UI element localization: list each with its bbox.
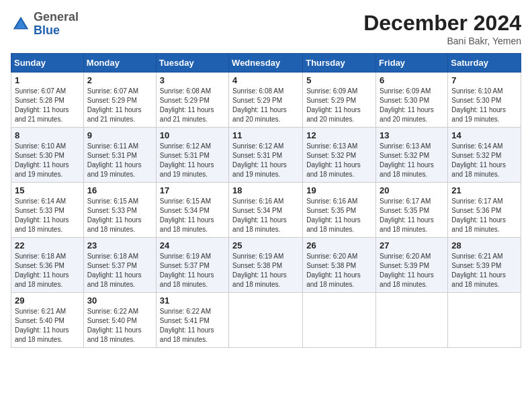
- sunrise-label: Sunrise: 6:13 AM: [380, 142, 431, 150]
- day-number: 14: [451, 130, 517, 140]
- day-number: 1: [15, 75, 80, 85]
- daylight-label: Daylight: 11 hours and 18 minutes.: [160, 271, 214, 288]
- daylight-label: Daylight: 11 hours and 18 minutes.: [232, 216, 287, 233]
- sunset-label: Sunset: 5:39 PM: [380, 262, 429, 269]
- daylight-label: Daylight: 11 hours and 18 minutes.: [160, 216, 214, 233]
- sunrise-label: Sunrise: 6:21 AM: [15, 308, 66, 315]
- sunrise-label: Sunrise: 6:22 AM: [160, 308, 211, 315]
- table-row: 9 Sunrise: 6:11 AM Sunset: 5:31 PM Dayli…: [83, 128, 156, 183]
- table-row: [376, 293, 448, 348]
- sunset-label: Sunset: 5:34 PM: [232, 207, 282, 214]
- daylight-label: Daylight: 11 hours and 19 minutes.: [160, 161, 214, 178]
- calendar-table: Sunday Monday Tuesday Wednesday Thursday…: [11, 53, 521, 348]
- day-info: Sunrise: 6:15 AM Sunset: 5:33 PM Dayligh…: [87, 197, 152, 234]
- table-row: 3 Sunrise: 6:08 AM Sunset: 5:29 PM Dayli…: [156, 73, 228, 128]
- daylight-label: Daylight: 11 hours and 18 minutes.: [451, 161, 506, 178]
- daylight-label: Daylight: 11 hours and 20 minutes.: [232, 106, 287, 123]
- sunrise-label: Sunrise: 6:18 AM: [87, 253, 138, 260]
- day-number: 29: [15, 295, 80, 306]
- calendar-week-1: 1 Sunrise: 6:07 AM Sunset: 5:28 PM Dayli…: [11, 73, 521, 128]
- day-number: 2: [87, 75, 152, 85]
- day-info: Sunrise: 6:14 AM Sunset: 5:33 PM Dayligh…: [15, 197, 80, 234]
- day-number: 9: [87, 130, 152, 140]
- sunset-label: Sunset: 5:31 PM: [232, 152, 282, 159]
- table-row: 20 Sunrise: 6:17 AM Sunset: 5:35 PM Dayl…: [376, 183, 448, 238]
- sunset-label: Sunset: 5:34 PM: [160, 207, 210, 214]
- day-info: Sunrise: 6:10 AM Sunset: 5:30 PM Dayligh…: [451, 87, 517, 124]
- month-title: December 2024: [363, 11, 521, 36]
- sunrise-label: Sunrise: 6:12 AM: [160, 142, 211, 150]
- day-info: Sunrise: 6:12 AM Sunset: 5:31 PM Dayligh…: [160, 142, 225, 179]
- daylight-label: Daylight: 11 hours and 18 minutes.: [15, 271, 69, 288]
- sunset-label: Sunset: 5:38 PM: [232, 262, 282, 269]
- day-info: Sunrise: 6:21 AM Sunset: 5:40 PM Dayligh…: [15, 307, 80, 345]
- logo-general: General: [34, 11, 79, 24]
- sunrise-label: Sunrise: 6:22 AM: [87, 308, 138, 315]
- table-row: 21 Sunrise: 6:17 AM Sunset: 5:36 PM Dayl…: [448, 183, 521, 238]
- daylight-label: Daylight: 11 hours and 19 minutes.: [15, 161, 69, 178]
- day-info: Sunrise: 6:10 AM Sunset: 5:30 PM Dayligh…: [15, 142, 80, 179]
- daylight-label: Daylight: 11 hours and 18 minutes.: [380, 161, 434, 178]
- day-info: Sunrise: 6:12 AM Sunset: 5:31 PM Dayligh…: [232, 142, 299, 179]
- sunset-label: Sunset: 5:29 PM: [87, 97, 137, 104]
- sunset-label: Sunset: 5:38 PM: [306, 262, 356, 269]
- day-info: Sunrise: 6:21 AM Sunset: 5:39 PM Dayligh…: [451, 252, 517, 289]
- day-info: Sunrise: 6:19 AM Sunset: 5:37 PM Dayligh…: [160, 252, 225, 289]
- col-wednesday: Wednesday: [229, 54, 303, 73]
- sunrise-label: Sunrise: 6:16 AM: [306, 197, 357, 205]
- table-row: 8 Sunrise: 6:10 AM Sunset: 5:30 PM Dayli…: [11, 128, 84, 183]
- sunrise-label: Sunrise: 6:17 AM: [380, 197, 431, 205]
- daylight-label: Daylight: 11 hours and 18 minutes.: [15, 216, 69, 233]
- title-section: December 2024 Bani Bakr, Yemen: [363, 11, 521, 46]
- table-row: 22 Sunrise: 6:18 AM Sunset: 5:36 PM Dayl…: [11, 238, 84, 293]
- logo-icon: [11, 14, 31, 34]
- sunrise-label: Sunrise: 6:09 AM: [380, 87, 431, 95]
- table-row: 12 Sunrise: 6:13 AM Sunset: 5:32 PM Dayl…: [303, 128, 376, 183]
- sunrise-label: Sunrise: 6:21 AM: [451, 253, 502, 260]
- logo: General Blue: [11, 11, 79, 38]
- sunrise-label: Sunrise: 6:12 AM: [232, 142, 283, 150]
- table-row: 29 Sunrise: 6:21 AM Sunset: 5:40 PM Dayl…: [11, 293, 84, 348]
- sunrise-label: Sunrise: 6:20 AM: [380, 253, 431, 260]
- table-row: 13 Sunrise: 6:13 AM Sunset: 5:32 PM Dayl…: [376, 128, 448, 183]
- day-info: Sunrise: 6:13 AM Sunset: 5:32 PM Dayligh…: [306, 142, 372, 179]
- day-number: 12: [306, 130, 372, 140]
- col-sunday: Sunday: [11, 54, 84, 73]
- daylight-label: Daylight: 11 hours and 18 minutes.: [232, 271, 287, 288]
- day-number: 20: [380, 185, 444, 195]
- page-header: General Blue December 2024 Bani Bakr, Ye…: [11, 11, 521, 46]
- sunset-label: Sunset: 5:31 PM: [87, 152, 137, 159]
- daylight-label: Daylight: 11 hours and 18 minutes.: [87, 326, 142, 343]
- sunset-label: Sunset: 5:41 PM: [160, 317, 210, 324]
- logo-text: General Blue: [34, 11, 79, 38]
- day-info: Sunrise: 6:22 AM Sunset: 5:41 PM Dayligh…: [160, 307, 225, 345]
- day-number: 26: [306, 240, 372, 250]
- day-info: Sunrise: 6:15 AM Sunset: 5:34 PM Dayligh…: [160, 197, 225, 234]
- sunset-label: Sunset: 5:32 PM: [306, 152, 356, 159]
- daylight-label: Daylight: 11 hours and 18 minutes.: [160, 326, 214, 343]
- sunrise-label: Sunrise: 6:14 AM: [15, 197, 66, 205]
- day-number: 22: [15, 240, 80, 250]
- day-number: 4: [232, 75, 299, 85]
- day-info: Sunrise: 6:17 AM Sunset: 5:35 PM Dayligh…: [380, 197, 444, 234]
- logo-blue: Blue: [34, 24, 79, 38]
- sunset-label: Sunset: 5:37 PM: [160, 262, 210, 269]
- daylight-label: Daylight: 11 hours and 19 minutes.: [451, 106, 506, 123]
- calendar-week-4: 22 Sunrise: 6:18 AM Sunset: 5:36 PM Dayl…: [11, 238, 521, 293]
- day-info: Sunrise: 6:18 AM Sunset: 5:36 PM Dayligh…: [15, 252, 80, 289]
- daylight-label: Daylight: 11 hours and 19 minutes.: [87, 161, 142, 178]
- daylight-label: Daylight: 11 hours and 20 minutes.: [380, 106, 434, 123]
- daylight-label: Daylight: 11 hours and 18 minutes.: [87, 216, 142, 233]
- table-row: 1 Sunrise: 6:07 AM Sunset: 5:28 PM Dayli…: [11, 73, 84, 128]
- daylight-label: Daylight: 11 hours and 18 minutes.: [15, 326, 69, 343]
- table-row: 16 Sunrise: 6:15 AM Sunset: 5:33 PM Dayl…: [83, 183, 156, 238]
- sunrise-label: Sunrise: 6:10 AM: [451, 87, 502, 95]
- col-tuesday: Tuesday: [156, 54, 228, 73]
- day-info: Sunrise: 6:22 AM Sunset: 5:40 PM Dayligh…: [87, 307, 152, 345]
- sunrise-label: Sunrise: 6:08 AM: [232, 87, 283, 95]
- daylight-label: Daylight: 11 hours and 18 minutes.: [87, 271, 142, 288]
- sunset-label: Sunset: 5:36 PM: [451, 207, 501, 214]
- table-row: [303, 293, 376, 348]
- table-row: [229, 293, 303, 348]
- sunset-label: Sunset: 5:33 PM: [15, 207, 64, 214]
